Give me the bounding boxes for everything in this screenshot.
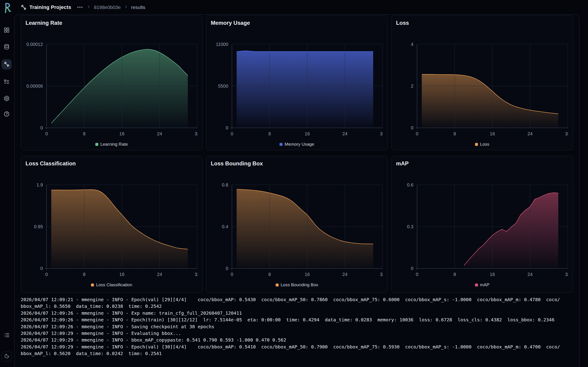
svg-text:16: 16	[120, 272, 124, 277]
legend-label: Memory Usage	[285, 142, 314, 147]
svg-text:0: 0	[40, 266, 43, 271]
chart-panel-memory-usage: Memory Usage 055001100008162432 Memory U…	[206, 15, 388, 150]
loss-bounding-box-chart[interactable]: 00.40.808162432	[211, 173, 383, 281]
log-line: 2026/04/07 12:09:26 - mmengine - INFO - …	[21, 310, 573, 317]
log-line: 2026/04/07 12:09:26 - mmengine - INFO - …	[21, 317, 573, 323]
svg-text:32: 32	[195, 131, 198, 136]
svg-text:16: 16	[490, 131, 495, 136]
legend-swatch	[276, 284, 279, 286]
legend-swatch	[95, 143, 98, 146]
svg-text:0: 0	[411, 266, 414, 271]
memory-usage-chart[interactable]: 055001100008162432	[211, 33, 383, 140]
svg-text:1.9: 1.9	[36, 182, 43, 187]
legend-label: Learning Rate	[100, 142, 128, 147]
legend-label: Loss Bounding Box	[281, 282, 318, 287]
sidebar-item-logs[interactable]	[2, 330, 12, 340]
svg-text:2: 2	[411, 83, 414, 89]
legend-swatch	[475, 143, 478, 146]
legend-swatch	[279, 143, 283, 146]
sidebar-item-tasks[interactable]	[2, 77, 12, 87]
svg-text:16: 16	[304, 131, 310, 136]
theme-toggle-button[interactable]	[2, 351, 12, 361]
chart-panel-loss: Loss 02408162432 Loss	[391, 15, 573, 150]
svg-text:0.4: 0.4	[222, 224, 228, 229]
chart-title: Loss Classification	[26, 160, 198, 169]
svg-text:16: 16	[490, 272, 495, 277]
chart-title: Learning Rate	[26, 20, 198, 28]
list-todo-icon	[4, 79, 10, 85]
svg-text:16: 16	[120, 131, 124, 136]
svg-text:0: 0	[231, 131, 233, 136]
help-circle-icon	[4, 111, 10, 118]
dashboard-grid-icon	[4, 27, 10, 34]
chart-title: mAP	[396, 160, 568, 169]
page-title: Training Projects	[29, 4, 71, 10]
chart-title: Loss Bounding Box	[211, 160, 383, 169]
svg-text:32: 32	[195, 272, 198, 277]
sidebar-item-training[interactable]	[2, 59, 12, 69]
svg-text:24: 24	[157, 272, 162, 277]
sidebar-item-settings[interactable]	[2, 94, 12, 104]
sidebar-item-help[interactable]	[2, 109, 12, 119]
chart-title: Loss	[396, 20, 568, 28]
dumbbell-icon	[4, 61, 10, 68]
log-line: 2026/04/07 12:09:29 - mmengine - INFO - …	[21, 344, 573, 350]
loss-classification-chart[interactable]: 00.951.908162432	[26, 173, 198, 281]
learning-rate-chart[interactable]: 00.000060.0001208162432	[26, 33, 198, 140]
chart-panel-loss-classification: Loss Classification 00.951.908162432 Los…	[21, 156, 203, 293]
charts-grid: Learning Rate 00.000060.0001208162432 Le…	[15, 15, 579, 293]
log-line: bbox_mAP_l: 0.5620 data_time: 0.0242 tim…	[21, 350, 573, 357]
svg-text:32: 32	[565, 272, 568, 277]
svg-text:24: 24	[527, 131, 533, 136]
svg-text:8: 8	[453, 131, 456, 136]
moon-icon	[4, 353, 10, 360]
svg-text:5500: 5500	[218, 83, 228, 89]
svg-text:8: 8	[268, 131, 271, 136]
svg-text:0: 0	[411, 125, 414, 130]
log-line: 2026/04/07 12:09:26 - mmengine - INFO - …	[21, 323, 573, 330]
content-card: Learning Rate 00.000060.0001208162432 Le…	[14, 15, 579, 367]
dumbbell-icon	[21, 4, 27, 10]
svg-text:0: 0	[40, 125, 43, 130]
breadcrumb-overflow-button[interactable]: •••	[77, 4, 84, 10]
legend[interactable]: Loss	[396, 141, 568, 147]
legend-label: Loss	[480, 142, 489, 147]
svg-text:24: 24	[527, 272, 533, 277]
svg-text:0.6: 0.6	[407, 182, 414, 187]
svg-text:32: 32	[565, 131, 568, 136]
chart-panel-loss-bounding-box: Loss Bounding Box 00.40.808162432 Loss B…	[206, 156, 388, 293]
sidebar-item-datasets[interactable]	[2, 42, 12, 52]
svg-text:8: 8	[268, 272, 271, 277]
legend[interactable]: Memory Usage	[211, 141, 383, 147]
chevron-right-icon	[87, 5, 91, 10]
svg-text:0: 0	[231, 272, 233, 277]
training-logs[interactable]: 2026/04/07 12:09:21 - mmengine - INFO - …	[15, 293, 579, 357]
svg-text:0.00006: 0.00006	[26, 83, 43, 89]
svg-text:8: 8	[83, 272, 86, 277]
svg-text:0: 0	[416, 272, 418, 277]
app-logo[interactable]	[3, 2, 12, 13]
svg-text:16: 16	[304, 272, 310, 277]
svg-text:24: 24	[157, 131, 162, 136]
sidebar	[0, 0, 13, 367]
svg-text:24: 24	[342, 131, 347, 136]
svg-text:0: 0	[45, 131, 48, 136]
svg-text:8: 8	[453, 272, 456, 277]
legend[interactable]: mAP	[396, 282, 568, 288]
breadcrumb-run-id[interactable]: 8198e0b03e	[94, 5, 121, 10]
legend[interactable]: Loss Bounding Box	[211, 282, 383, 288]
svg-text:0.00012: 0.00012	[26, 42, 43, 47]
svg-text:0.8: 0.8	[222, 182, 228, 187]
map-chart[interactable]: 00.30.608162432	[396, 173, 568, 281]
sidebar-item-dashboard[interactable]	[2, 25, 12, 35]
svg-text:4: 4	[411, 42, 414, 47]
svg-text:0: 0	[45, 272, 48, 277]
legend[interactable]: Learning Rate	[26, 141, 198, 147]
legend-swatch	[91, 284, 94, 286]
log-line: 2026/04/07 12:09:29 - mmengine - INFO - …	[21, 330, 573, 337]
legend-swatch	[475, 284, 478, 286]
svg-text:0.95: 0.95	[34, 224, 43, 229]
loss-chart[interactable]: 02408162432	[396, 33, 568, 140]
legend[interactable]: Loss Classification	[26, 282, 198, 288]
svg-text:0: 0	[416, 131, 418, 136]
